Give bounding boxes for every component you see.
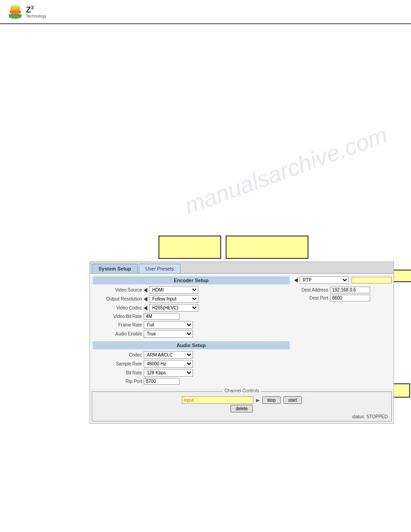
- encoder-setup-header: Encoder Setup: [93, 276, 290, 284]
- channel-name-input[interactable]: [182, 396, 253, 404]
- tab-user-presets[interactable]: User Presets: [139, 264, 181, 273]
- dest-port-label: Dest Port: [292, 296, 328, 300]
- left-panel: Encoder Setup Video Source HDMI SDI Comp…: [93, 276, 290, 386]
- video-codec-select[interactable]: H265(HEVC) H264 MPEG4: [149, 304, 198, 312]
- audio-enable-label: Audio Enable: [93, 331, 142, 336]
- annotation-box-2: [226, 236, 308, 259]
- frame-rate-select[interactable]: Full 30 25 15: [144, 321, 193, 329]
- dest-address-row: Dest Address: [292, 287, 391, 293]
- sample-rate-row: Sample Rate 48000 Hz 44100 Hz 32000 Hz: [93, 360, 290, 368]
- app-wrapper: System Setup User Presets Encoder Setup …: [45, 262, 411, 424]
- bit-rate-select[interactable]: 128 Kbps 64 Kbps 256 Kbps: [144, 369, 193, 377]
- video-codec-label: Video Codec: [93, 305, 142, 310]
- frame-rate-row: Frame Rate Full 30 25 15: [93, 321, 290, 329]
- codec-label: Codec: [93, 352, 142, 357]
- protocol-row: RTP RTSP UDP TCP: [292, 276, 391, 284]
- codec-control: ARM AACLC PCM: [144, 351, 193, 359]
- video-bit-rate-row: Video Bit Rate: [93, 313, 290, 320]
- audio-setup-header: Audio Setup: [93, 341, 290, 349]
- output-resolution-control: Follow Input 1080p 720p 480p: [144, 295, 198, 303]
- codec-select[interactable]: ARM AACLC PCM: [144, 351, 193, 359]
- bit-rate-label: Bit Rate: [93, 370, 142, 375]
- stop-button[interactable]: stop: [262, 396, 281, 404]
- dest-port-input[interactable]: [330, 295, 370, 301]
- stream-name-input[interactable]: [351, 277, 392, 283]
- video-source-select[interactable]: HDMI SDI Composite: [149, 286, 198, 294]
- protocol-arrow: [294, 278, 298, 283]
- annotation-box-1: [158, 236, 221, 259]
- delete-row: delete: [94, 405, 390, 412]
- dest-port-row: Dest Port: [292, 295, 391, 301]
- rtp-port-row: Rtp Port: [93, 378, 290, 385]
- output-resolution-label: Output Resolution: [93, 296, 142, 301]
- app-ui: System Setup User Presets Encoder Setup …: [90, 262, 394, 424]
- bit-rate-row: Bit Rate 128 Kbps 64 Kbps 256 Kbps: [93, 369, 290, 377]
- video-source-control: HDMI SDI Composite: [144, 286, 198, 294]
- right-panel: RTP RTSP UDP TCP Dest Address Dest Port: [292, 276, 391, 386]
- logo: Z3 Technology: [7, 4, 47, 20]
- sample-rate-label: Sample Rate: [93, 361, 142, 366]
- rtp-port-control: [144, 378, 180, 385]
- tabs-bar: System Setup User Presets: [90, 262, 394, 273]
- channel-controls: Channel Controls ▶ stop start delete sta…: [92, 391, 392, 421]
- svg-point-6: [10, 6, 20, 9]
- status-text: status: STOPPED: [94, 414, 390, 419]
- video-codec-arrow: [144, 306, 147, 310]
- sample-rate-control: 48000 Hz 44100 Hz 32000 Hz: [144, 360, 193, 368]
- video-source-arrow: [144, 288, 147, 292]
- bit-rate-control: 128 Kbps 64 Kbps 256 Kbps: [144, 369, 193, 377]
- output-resolution-arrow: [144, 297, 147, 301]
- channel-controls-row: ▶ stop start: [94, 396, 390, 404]
- watermark: manualsarchive.com: [181, 121, 391, 219]
- video-bit-rate-input[interactable]: [144, 313, 180, 320]
- delete-button[interactable]: delete: [231, 405, 253, 412]
- channel-controls-title: Channel Controls: [223, 388, 261, 393]
- output-resolution-row: Output Resolution Follow Input 1080p 720…: [93, 295, 290, 303]
- video-codec-control: H265(HEVC) H264 MPEG4: [144, 304, 198, 312]
- video-source-label: Video Source: [93, 287, 142, 292]
- video-bit-rate-control: [144, 313, 180, 320]
- audio-enable-select[interactable]: True False: [144, 330, 193, 338]
- sample-rate-select[interactable]: 48000 Hz 44100 Hz 32000 Hz: [144, 360, 193, 368]
- output-resolution-select[interactable]: Follow Input 1080p 720p 480p: [149, 295, 198, 303]
- rtp-port-input[interactable]: [144, 378, 180, 385]
- video-codec-row: Video Codec H265(HEVC) H264 MPEG4: [93, 304, 290, 312]
- dest-address-input[interactable]: [330, 287, 370, 293]
- logo-icon: [7, 4, 23, 20]
- protocol-control: RTP RTSP UDP TCP: [294, 276, 392, 284]
- codec-row: Codec ARM AACLC PCM: [93, 351, 290, 359]
- page-header: Z3 Technology: [0, 0, 411, 24]
- video-bit-rate-label: Video Bit Rate: [93, 314, 142, 319]
- frame-rate-control: Full 30 25 15: [144, 321, 193, 329]
- logo-text: Z3 Technology: [26, 5, 47, 18]
- audio-enable-row: Audio Enable True False: [93, 330, 290, 338]
- audio-enable-control: True False: [144, 330, 193, 338]
- rtp-port-label: Rtp Port: [93, 379, 142, 384]
- protocol-select[interactable]: RTP RTSP UDP TCP: [300, 276, 349, 284]
- tab-system-setup[interactable]: System Setup: [92, 264, 138, 273]
- start-button[interactable]: start: [283, 396, 302, 404]
- dest-address-label: Dest Address: [292, 287, 328, 292]
- video-source-row: Video Source HDMI SDI Composite: [93, 286, 290, 294]
- frame-rate-label: Frame Rate: [93, 322, 142, 327]
- form-area: Encoder Setup Video Source HDMI SDI Comp…: [90, 273, 394, 389]
